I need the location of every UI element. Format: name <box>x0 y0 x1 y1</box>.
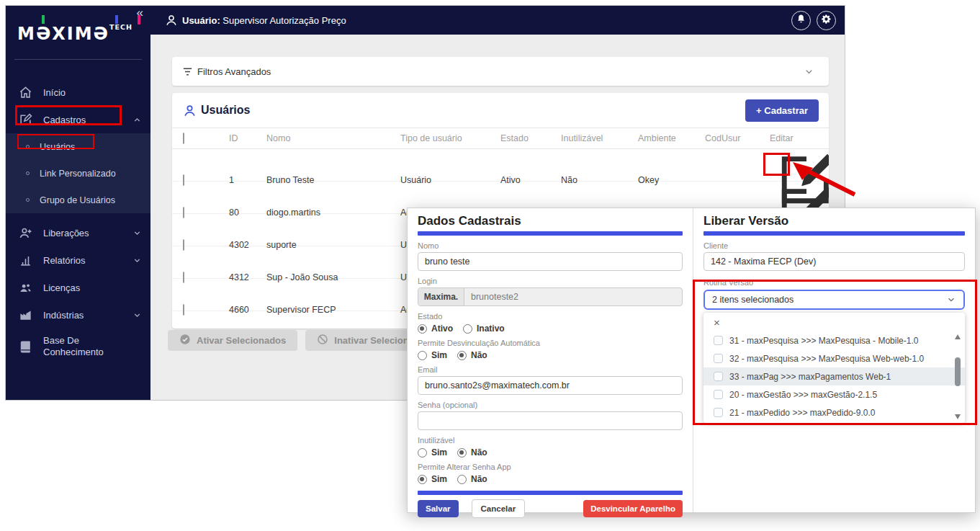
cell-id: 4312 <box>229 272 266 282</box>
radio-inativo[interactable] <box>463 324 472 334</box>
sidebar-item-base-conhecimento[interactable]: Base De Conhecimento <box>6 329 150 365</box>
email-input[interactable]: bruno.santo2s@maximatech.com.br <box>418 376 683 395</box>
scrollbar-thumb[interactable] <box>955 357 961 386</box>
cell-nome: diogo.martins <box>266 208 400 218</box>
version-option[interactable]: 33 - maxPag >>> maxPagamentos Web-1 <box>703 367 965 385</box>
chevron-down-icon <box>132 256 142 265</box>
activate-selected-button[interactable]: Ativar Selecionados <box>168 330 297 351</box>
version-option[interactable]: 20 - maxGestão >>> maxGestão-2.1.5 <box>703 385 965 403</box>
liberar-versao-panel: Liberar Versão Cliente 142 - Maxima FECP… <box>693 208 975 512</box>
field-label: Permite Desvinculação Automática <box>418 339 683 347</box>
column-header: ID <box>229 133 266 143</box>
person-plus-icon <box>19 226 32 240</box>
unlink-device-button[interactable]: Desvincular Aparelho <box>583 500 683 517</box>
row-checkbox[interactable] <box>183 239 184 251</box>
cliente-input[interactable]: 142 - Maxima FECP (Dev) <box>703 252 965 271</box>
row-checkbox[interactable] <box>183 174 184 186</box>
option-checkbox[interactable] <box>714 408 723 417</box>
option-checkbox[interactable] <box>714 372 723 381</box>
cell-id: 80 <box>229 208 266 218</box>
radio-nao[interactable] <box>457 475 467 484</box>
cell-nome: Supervisor FECP <box>266 305 400 315</box>
notifications-button[interactable] <box>791 11 811 30</box>
row-checkbox[interactable] <box>183 272 184 283</box>
option-checkbox[interactable] <box>714 336 723 345</box>
home-icon <box>19 86 32 99</box>
sidebar-item-grupo-usuarios[interactable]: Grupo de Usuários <box>6 187 150 213</box>
row-checkbox[interactable] <box>183 304 184 316</box>
field-label: Cliente <box>703 241 965 250</box>
version-option[interactable]: 21 - maxPedido >>> maxPedido-9.0.0 <box>703 403 965 421</box>
logo-suffix: TECH <box>109 23 132 31</box>
sidebar-item-liberacoes[interactable]: Liberações <box>6 219 150 246</box>
cell-nome: Sup - João Sousa <box>266 272 400 282</box>
logo-tick-blue <box>115 15 118 24</box>
cancel-button[interactable]: Cancelar <box>472 499 526 518</box>
row-checkbox[interactable] <box>183 207 184 218</box>
radio-nao[interactable] <box>457 351 467 360</box>
logo-text: MƏXIMƏ <box>17 24 109 44</box>
rotina-versao-select[interactable]: 2 itens selecionados <box>703 290 965 310</box>
dropdown-scrollbar[interactable] <box>953 334 962 419</box>
bell-icon <box>796 14 806 27</box>
chevron-down-icon[interactable] <box>804 66 814 77</box>
panel-title: Liberar Versão <box>703 214 965 228</box>
field-label: Senha (opcional) <box>418 401 683 409</box>
scroll-down-icon[interactable] <box>955 414 961 419</box>
user-icon <box>165 14 178 27</box>
column-header: Estado <box>500 133 561 143</box>
version-option[interactable]: 32 - maxPesquisa >>> MaxPesquisa Web-web… <box>703 349 965 367</box>
column-header: Ambiente <box>638 133 705 143</box>
radio-sim[interactable] <box>418 351 427 360</box>
factory-icon <box>19 308 32 322</box>
nome-input[interactable]: bruno teste <box>418 252 683 271</box>
column-header: CodUsur <box>705 133 770 143</box>
add-user-button[interactable]: + Cadastrar <box>745 99 819 122</box>
logo-tick-green <box>42 15 45 24</box>
slash-circle-icon <box>317 334 328 347</box>
rotina-versao-dropdown: × 31 - maxPesquisa >>> MaxPesquisa - Mob… <box>703 313 965 423</box>
close-icon[interactable]: × <box>703 313 965 331</box>
select-all-checkbox[interactable] <box>183 133 184 144</box>
radio-sim[interactable] <box>418 448 427 458</box>
topbar: Usuário: Supervisor Autorização Preço <box>150 6 845 35</box>
sidebar-item-cadastros[interactable]: Cadastros <box>6 106 150 133</box>
check-circle-icon <box>179 334 191 347</box>
gear-icon <box>821 14 832 27</box>
sidebar-item-relatorios[interactable]: Relatórios <box>6 246 150 274</box>
sidebar-item-inicio[interactable]: Início <box>6 79 150 106</box>
cell-ambiente: Okey <box>638 175 705 185</box>
radio-nao[interactable] <box>457 448 467 458</box>
login-input-group: Maxima. brunoteste2 <box>418 287 683 306</box>
settings-button[interactable] <box>817 11 836 30</box>
sidebar-item-link-personalizado[interactable]: Link Personalizado <box>6 160 150 187</box>
sidebar-item-licencas[interactable]: Licenças <box>6 274 150 301</box>
save-button[interactable]: Salvar <box>418 500 459 517</box>
radio-ativo[interactable] <box>418 324 427 334</box>
field-label: Nomo <box>418 241 683 250</box>
title-underline <box>703 231 965 236</box>
column-header: Tipo de usuário <box>400 133 500 143</box>
logo: MƏXIMƏTECH <box>6 6 150 55</box>
edit-icon <box>19 113 32 127</box>
filter-icon <box>181 66 194 78</box>
field-label: Permite Alterar Senha App <box>418 463 683 471</box>
sidebar-item-industrias[interactable]: Indústrias <box>6 301 150 329</box>
people-icon <box>19 281 32 295</box>
version-option[interactable]: 31 - maxPesquisa >>> MaxPesquisa - Mobil… <box>703 331 965 349</box>
sidebar-item-usuarios[interactable]: Usuários <box>6 133 150 160</box>
cell-nome: suporte <box>266 240 400 250</box>
user-icon <box>183 104 197 117</box>
option-checkbox[interactable] <box>714 390 723 399</box>
bulk-actions: Ativar Selecionados Inativar Selecionado… <box>168 330 442 351</box>
advanced-filters-bar[interactable]: Filtros Avançados <box>172 57 829 86</box>
senha-input[interactable] <box>418 411 683 430</box>
radio-sim[interactable] <box>418 475 427 484</box>
bullet-icon <box>26 145 30 148</box>
cell-id: 4302 <box>229 240 266 250</box>
scroll-up-icon[interactable] <box>955 334 961 339</box>
footer-divider <box>418 491 683 495</box>
login-input[interactable]: brunoteste2 <box>464 288 525 305</box>
chevron-down-icon <box>946 295 956 305</box>
option-checkbox[interactable] <box>714 354 723 363</box>
